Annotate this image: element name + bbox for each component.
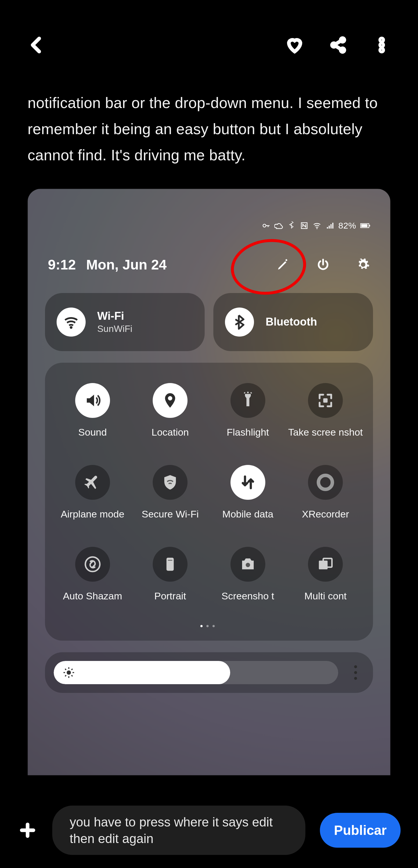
more-button[interactable] [372, 35, 392, 55]
add-attachment-button[interactable] [18, 820, 38, 840]
portrait-icon [153, 547, 188, 582]
svg-point-20 [246, 563, 250, 567]
post-body: notification bar or the drop-down menu. … [0, 90, 418, 168]
cloud-icon [274, 221, 283, 230]
qs-tile-data[interactable]: Mobile data [209, 465, 287, 532]
tile-label: XRecorder [302, 508, 349, 532]
shield-icon [153, 465, 188, 500]
tile-label: Portrait [154, 590, 186, 614]
svg-line-30 [65, 675, 66, 676]
tile-label: Airplane mode [61, 508, 124, 532]
wifi-network: SunWiFi [97, 323, 132, 334]
svg-point-5 [380, 49, 383, 52]
qs-tile-flashlight[interactable]: Flashlight [209, 383, 287, 451]
more-vertical-icon [373, 36, 390, 54]
chevron-left-icon [28, 36, 45, 54]
power-button[interactable] [316, 257, 330, 272]
plus-icon [19, 822, 36, 839]
tiles-panel: SoundLocationFlashlightTake scree nshotA… [45, 363, 373, 641]
qs-tile-camera[interactable]: Screensho t [209, 547, 287, 614]
quick-settings-panel: 82% 9:12 Mon, Jun 24 [28, 189, 390, 775]
back-button[interactable] [26, 35, 46, 55]
qs-tile-multi[interactable]: Multi cont [287, 547, 364, 614]
svg-point-8 [317, 228, 318, 229]
share-button[interactable] [328, 35, 348, 55]
qs-tile-sound[interactable]: Sound [54, 383, 131, 451]
wifi-label: Wi-Fi [97, 310, 132, 322]
wifi-tile[interactable]: Wi-Fi SunWiFi [45, 293, 205, 351]
sun-icon [62, 666, 75, 679]
qs-tile-shield[interactable]: Secure Wi-Fi [131, 465, 209, 532]
svg-line-29 [71, 675, 72, 676]
tile-label: Auto Shazam [63, 590, 122, 614]
airplane-icon [75, 465, 110, 500]
wifi-icon [63, 314, 79, 330]
location-icon [153, 383, 188, 418]
publish-label: Publicar [334, 823, 387, 838]
clock-day: Mon, Jun 24 [86, 257, 167, 272]
clock-date: 9:12 Mon, Jun 24 [48, 257, 167, 273]
svg-point-3 [380, 39, 383, 41]
heart-icon [286, 36, 303, 54]
svg-rect-18 [167, 558, 174, 570]
qs-tile-airplane[interactable]: Airplane mode [54, 465, 131, 532]
svg-rect-19 [168, 560, 172, 561]
bluetooth-status-icon [287, 221, 296, 230]
compose-bar: you have to press where it says edit the… [0, 793, 418, 868]
qs-tile-shazam[interactable]: Auto Shazam [54, 547, 131, 614]
power-icon [316, 258, 330, 271]
bluetooth-tile[interactable]: Bluetooth [213, 293, 373, 351]
publish-button[interactable]: Publicar [320, 813, 400, 848]
clock-time: 9:12 [48, 257, 76, 272]
svg-point-17 [85, 557, 100, 571]
svg-point-4 [380, 43, 383, 46]
brightness-fill [54, 661, 230, 684]
share-icon [329, 36, 347, 54]
wifi-status-icon [313, 221, 321, 230]
qs-tile-screenshot[interactable]: Take scree nshot [287, 383, 364, 451]
multi-icon [308, 547, 343, 582]
qs-tile-location[interactable]: Location [131, 383, 209, 451]
flashlight-icon [230, 383, 265, 418]
svg-line-31 [71, 669, 72, 670]
svg-line-14 [244, 392, 245, 393]
app-top-bar [0, 0, 418, 90]
battery-text: 82% [338, 221, 356, 230]
svg-rect-10 [361, 224, 367, 227]
nfc-icon [300, 221, 309, 230]
more-vertical-icon [347, 665, 364, 680]
page-indicator: ●●● [54, 623, 364, 629]
battery-icon [360, 223, 370, 228]
status-bar: 82% [45, 221, 373, 230]
settings-button[interactable] [356, 257, 370, 272]
red-annotation-circle [227, 234, 310, 300]
vpn-key-icon [261, 221, 270, 230]
qs-tile-recorder[interactable]: XRecorder [287, 465, 364, 532]
camera-icon [230, 547, 265, 582]
bluetooth-icon-bg [225, 308, 254, 337]
tile-label: Sound [78, 426, 107, 451]
post-text: notification bar or the drop-down menu. … [28, 90, 390, 168]
attached-screenshot[interactable]: 82% 9:12 Mon, Jun 24 [28, 189, 390, 775]
svg-rect-16 [323, 398, 328, 402]
bluetooth-icon [231, 314, 248, 330]
favorite-button[interactable] [285, 35, 305, 55]
tile-label: Take scree nshot [288, 426, 363, 451]
tile-label: Screensho t [222, 590, 274, 614]
screenshot-icon [308, 383, 343, 418]
svg-line-15 [251, 392, 252, 393]
wifi-icon-bg [57, 308, 86, 337]
qs-tile-portrait[interactable]: Portrait [131, 547, 209, 614]
brightness-slider[interactable] [54, 661, 338, 684]
comment-draft-text: you have to press where it says edit the… [70, 814, 288, 847]
tile-label: Location [152, 426, 189, 451]
time-row: 9:12 Mon, Jun 24 [45, 257, 373, 273]
svg-point-23 [67, 671, 71, 675]
signal-icon [325, 221, 334, 230]
data-icon [230, 465, 265, 500]
brightness-more-button[interactable] [347, 665, 364, 680]
bluetooth-label: Bluetooth [266, 316, 317, 328]
comment-input[interactable]: you have to press where it says edit the… [52, 806, 306, 855]
tile-label: Flashlight [227, 426, 269, 451]
tile-label: Secure Wi-Fi [142, 508, 198, 532]
